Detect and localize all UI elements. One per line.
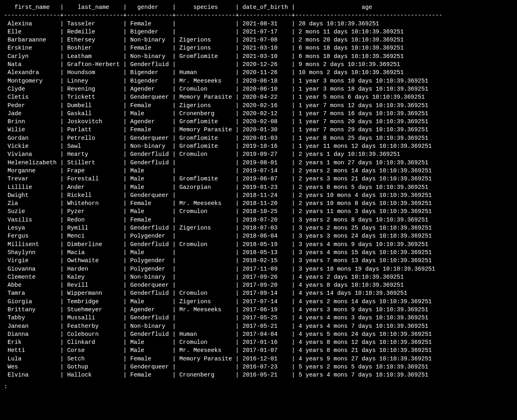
- pager-prompt-text: :: [4, 383, 8, 390]
- terminal-output[interactable]: first_name | last_name | gender | specie…: [0, 0, 517, 383]
- pager-prompt[interactable]: :: [0, 383, 517, 394]
